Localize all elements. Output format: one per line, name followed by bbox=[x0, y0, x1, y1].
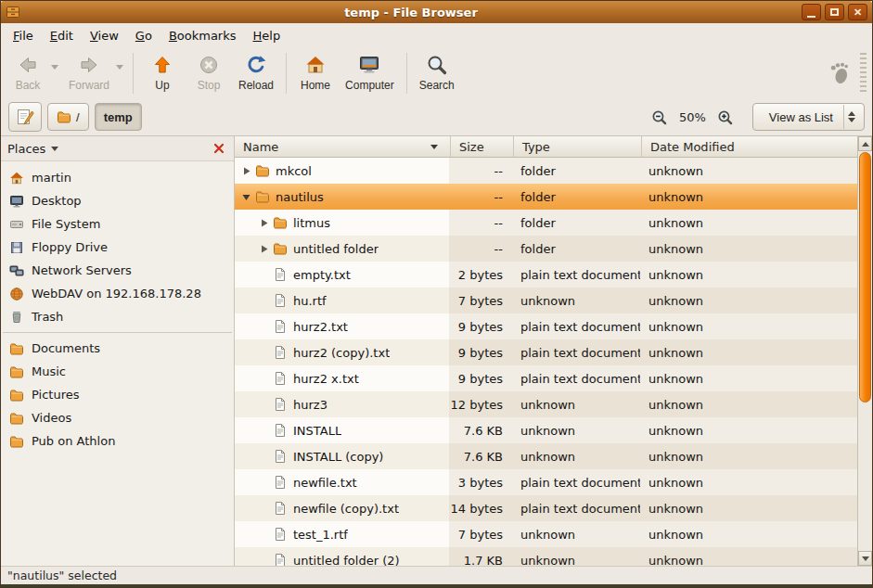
file-rows: mkcol--folderunknownnautilus--folderunkn… bbox=[235, 158, 857, 566]
path-button-current[interactable]: temp bbox=[95, 103, 142, 131]
file-date-modified-cell: unknown bbox=[640, 262, 857, 288]
place-item-videos[interactable]: Videos bbox=[1, 406, 234, 429]
toggle-location-entry-button[interactable] bbox=[8, 102, 42, 132]
scrollbar-thumb[interactable] bbox=[859, 152, 871, 403]
file-type-cell: plain text document bbox=[512, 469, 640, 495]
menu-file[interactable]: File bbox=[5, 23, 42, 47]
path-button-root[interactable]: / bbox=[47, 103, 89, 131]
zoom-out-button[interactable] bbox=[648, 105, 672, 129]
place-item-pictures[interactable]: Pictures bbox=[1, 383, 234, 406]
file-name: newfile.txt bbox=[293, 476, 357, 490]
scroll-up-button[interactable] bbox=[858, 136, 872, 151]
place-item-pub-on-athlon[interactable]: Pub on Athlon bbox=[1, 429, 234, 453]
place-item-martin[interactable]: martin bbox=[1, 166, 234, 189]
file-date-modified-cell: unknown bbox=[640, 236, 857, 262]
file-row-newfile-txt[interactable]: newfile.txt3 bytesplain text documentunk… bbox=[235, 469, 857, 495]
place-label: Videos bbox=[32, 411, 71, 425]
menu-edit[interactable]: Edit bbox=[42, 23, 82, 47]
place-item-floppy-drive[interactable]: Floppy Drive bbox=[1, 236, 234, 259]
search-button[interactable]: Search bbox=[413, 50, 461, 96]
file-type-cell: unknown bbox=[512, 391, 640, 417]
scrollbar-trough[interactable] bbox=[858, 151, 872, 551]
file-size-cell: 7 bytes bbox=[449, 288, 512, 313]
list-header: Name Size Type Date Modified bbox=[235, 136, 872, 158]
file-row-untitled-folder-2-[interactable]: untitled folder (2)1.7 KBunknownunknown bbox=[235, 547, 857, 566]
file-row-test-1-rtf[interactable]: test_1.rtf7 bytesunknownunknown bbox=[235, 521, 857, 547]
file-row-mkcol[interactable]: mkcol--folderunknown bbox=[235, 158, 857, 184]
place-item-music[interactable]: Music bbox=[1, 360, 234, 383]
file-row-install[interactable]: INSTALL7.6 KBunknownunknown bbox=[235, 417, 857, 443]
place-item-documents[interactable]: Documents bbox=[1, 337, 234, 360]
file-row-untitled-folder[interactable]: untitled folder--folderunknown bbox=[235, 236, 857, 262]
place-label: martin bbox=[32, 171, 71, 185]
file-name-cell: INSTALL (copy) bbox=[235, 443, 449, 469]
minimize-button[interactable] bbox=[802, 4, 821, 20]
place-item-file-system[interactable]: File System bbox=[1, 212, 234, 236]
menubar: FileEditViewGoBookmarksHelp bbox=[1, 23, 872, 47]
column-header-date-modified[interactable]: Date Modified bbox=[642, 136, 857, 157]
menu-view[interactable]: View bbox=[82, 23, 127, 47]
expander-collapsed-icon[interactable] bbox=[258, 217, 270, 229]
column-type-label: Type bbox=[522, 140, 550, 154]
place-item-desktop[interactable]: Desktop bbox=[1, 189, 234, 212]
home-button[interactable]: Home bbox=[292, 50, 339, 96]
file-type-cell: folder bbox=[512, 158, 640, 184]
forward-button: Forward bbox=[62, 50, 116, 96]
desktop-edge bbox=[1, 584, 872, 587]
place-item-webdav-on-192-168-178-28[interactable]: WebDAV on 192.168.178.28 bbox=[1, 282, 234, 305]
expander-expanded-icon[interactable] bbox=[240, 191, 252, 203]
file-row-empty-txt[interactable]: empty.txt2 bytesplain text documentunkno… bbox=[235, 262, 857, 288]
column-size-label: Size bbox=[459, 140, 484, 154]
toolbar-grip[interactable] bbox=[860, 53, 867, 94]
file-row-newfile-copy-txt[interactable]: newfile (copy).txt14 bytesplain text doc… bbox=[235, 495, 857, 521]
file-name: hurz2.txt bbox=[293, 320, 348, 334]
file-row-install-copy-[interactable]: INSTALL (copy)7.6 KBunknownunknown bbox=[235, 443, 857, 469]
file-name: empty.txt bbox=[293, 268, 351, 282]
home-folder-icon bbox=[9, 171, 24, 185]
file-size-cell: 7 bytes bbox=[449, 521, 512, 547]
menu-go[interactable]: Go bbox=[127, 23, 160, 47]
close-button[interactable]: ✕ bbox=[848, 4, 867, 20]
file-name-cell: nautilus bbox=[235, 184, 449, 210]
folder-icon bbox=[9, 388, 24, 403]
file-row-nautilus[interactable]: nautilus--folderunknown bbox=[235, 184, 857, 210]
file-date-modified-cell: unknown bbox=[640, 443, 857, 469]
file-row-hurz2-txt[interactable]: hurz2.txt9 bytesplain text documentunkno… bbox=[235, 313, 857, 339]
file-row-hu-rtf[interactable]: hu.rtf7 bytesunknownunknown bbox=[235, 288, 857, 313]
place-item-trash[interactable]: Trash bbox=[1, 305, 234, 328]
file-name-cell: hu.rtf bbox=[235, 288, 449, 313]
places-header: Places bbox=[1, 136, 234, 161]
file-row-litmus[interactable]: litmus--folderunknown bbox=[235, 210, 857, 236]
places-dropdown-icon[interactable] bbox=[51, 147, 58, 151]
path-root-label: / bbox=[76, 110, 80, 124]
up-button[interactable]: Up bbox=[139, 50, 186, 96]
maximize-button[interactable] bbox=[825, 4, 844, 20]
file-size-cell: 7.6 KB bbox=[449, 417, 512, 443]
search-label: Search bbox=[419, 79, 455, 92]
file-row-hurz2-copy-txt[interactable]: hurz2 (copy).txt9 bytesplain text docume… bbox=[235, 339, 857, 365]
place-label: Music bbox=[32, 364, 66, 378]
back-button: Back bbox=[5, 50, 51, 96]
column-header-type[interactable]: Type bbox=[514, 136, 642, 157]
place-item-network-servers[interactable]: Network Servers bbox=[1, 259, 234, 282]
file-row-hurz2-x-txt[interactable]: hurz2 x.txt9 bytesplain text documentunk… bbox=[235, 365, 857, 391]
reload-button[interactable]: Reload bbox=[232, 50, 280, 96]
expander-collapsed-icon[interactable] bbox=[258, 243, 270, 255]
vertical-scrollbar[interactable] bbox=[857, 136, 872, 566]
view-mode-selector[interactable]: View as List bbox=[752, 103, 865, 131]
menu-bookmarks[interactable]: Bookmarks bbox=[160, 23, 245, 47]
file-date-modified-cell: unknown bbox=[640, 469, 857, 495]
column-header-name[interactable]: Name bbox=[235, 136, 451, 157]
scroll-down-button[interactable] bbox=[858, 551, 872, 566]
titlebar[interactable]: temp - File Browser ✕ bbox=[1, 1, 872, 23]
menu-help[interactable]: Help bbox=[245, 23, 289, 47]
content-area: Places martinDesktopFile SystemFloppy Dr… bbox=[1, 135, 872, 566]
column-header-size[interactable]: Size bbox=[451, 136, 514, 157]
file-row-hurz3[interactable]: hurz312 bytesunknownunknown bbox=[235, 391, 857, 417]
folder-icon bbox=[9, 411, 24, 426]
computer-button[interactable]: Computer bbox=[339, 50, 401, 96]
zoom-in-button[interactable] bbox=[713, 105, 738, 129]
close-sidebar-button[interactable] bbox=[211, 140, 227, 157]
expander-collapsed-icon[interactable] bbox=[240, 165, 252, 177]
folder-icon bbox=[9, 434, 24, 449]
